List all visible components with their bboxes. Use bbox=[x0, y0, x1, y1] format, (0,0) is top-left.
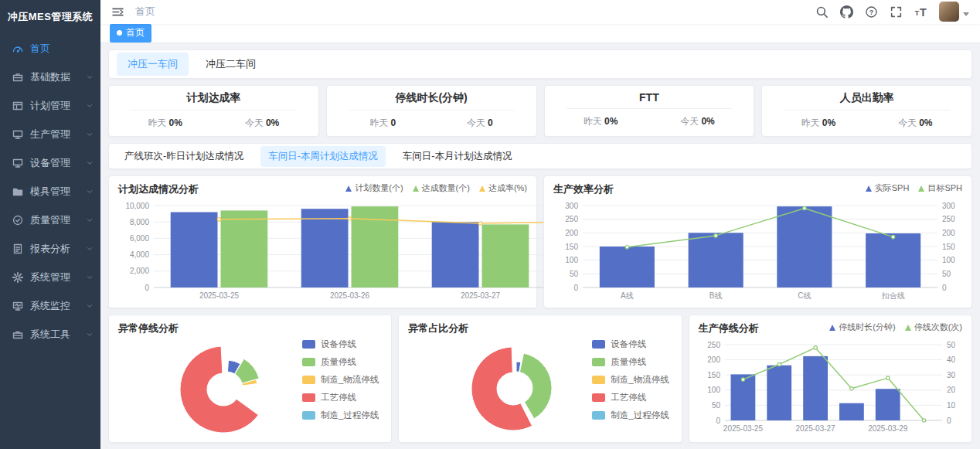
sidebar-item-dashboard-0[interactable]: 首页 bbox=[0, 34, 100, 63]
pie-legend: 设备停线质量停线制造_物流停线工艺停线制造_过程停线 bbox=[592, 338, 669, 421]
kpi-card-2: FTT昨天0%今天0% bbox=[544, 85, 755, 137]
svg-text:40: 40 bbox=[947, 355, 956, 364]
tab-period-2[interactable]: 车间日-本月计划达成情况 bbox=[395, 146, 520, 167]
svg-text:2,000: 2,000 bbox=[130, 267, 149, 275]
sidebar-item-label: 报表分析 bbox=[30, 242, 85, 256]
chevron-down-icon bbox=[85, 330, 94, 339]
legend-swatch bbox=[592, 340, 605, 349]
sidebar-item-table-2[interactable]: 计划管理 bbox=[0, 91, 100, 120]
svg-text:20: 20 bbox=[947, 386, 956, 394]
badge-icon bbox=[12, 214, 24, 226]
legend-marker bbox=[866, 185, 872, 192]
svg-text:8,000: 8,000 bbox=[130, 218, 149, 226]
font-size-icon[interactable]: TT bbox=[914, 5, 927, 19]
sidebar-item-toolbox-10[interactable]: 系统工具 bbox=[0, 320, 100, 349]
legend-label: 制造_物流停线 bbox=[611, 374, 669, 386]
folder-icon bbox=[12, 185, 24, 198]
tab-workshop-1[interactable]: 冲压二车间 bbox=[195, 53, 267, 76]
fullscreen-icon[interactable] bbox=[890, 5, 903, 19]
sidebar-item-monitor-pulse-9[interactable]: 系统监控 bbox=[0, 291, 100, 320]
legend-item[interactable]: 设备停线 bbox=[592, 338, 669, 350]
legend-item[interactable]: 达成数量(个) bbox=[413, 182, 470, 194]
legend-item[interactable]: 计划数量(个) bbox=[345, 182, 403, 194]
svg-text:100: 100 bbox=[565, 256, 578, 264]
github-icon[interactable] bbox=[840, 5, 853, 19]
legend-item[interactable]: 实际SPH bbox=[866, 182, 910, 194]
navbar-actions: ?TT bbox=[815, 2, 969, 22]
sidebar-item-report-7[interactable]: 报表分析 bbox=[0, 234, 100, 263]
sidebar-item-briefcase-1[interactable]: 基础数据 bbox=[0, 63, 100, 91]
legend-item[interactable]: 工艺停线 bbox=[592, 392, 669, 403]
kpi-yesterday-label: 昨天 bbox=[801, 117, 820, 128]
sidebar-item-monitor-3[interactable]: 生产管理 bbox=[0, 120, 100, 148]
tag-label: 首页 bbox=[126, 26, 145, 39]
legend-label: 停线时长(分钟) bbox=[839, 321, 895, 333]
svg-text:150: 150 bbox=[565, 243, 578, 251]
legend-marker bbox=[479, 185, 485, 192]
kpi-today-value: 0% bbox=[701, 116, 714, 127]
legend-swatch bbox=[302, 340, 315, 349]
sidebar-item-label: 生产管理 bbox=[30, 128, 85, 141]
kpi-today-value: 0 bbox=[488, 117, 493, 128]
sidebar-item-label: 模具管理 bbox=[30, 185, 85, 199]
svg-text:T: T bbox=[915, 9, 920, 17]
legend-marker bbox=[905, 325, 911, 331]
legend-item[interactable]: 停线时长(分钟) bbox=[829, 321, 895, 333]
sidebar-item-badge-6[interactable]: 质量管理 bbox=[0, 206, 100, 234]
svg-text:6,000: 6,000 bbox=[130, 234, 149, 243]
toolbox-icon bbox=[12, 328, 24, 341]
chart-header: 生产停线分析停线时长(分钟)停线次数(次) bbox=[699, 321, 962, 337]
abnormal-stopline-card: 异常停线分析设备停线质量停线制造_物流停线工艺停线制造_过程停线 bbox=[108, 315, 392, 443]
legend-label: 达成率(%) bbox=[488, 182, 527, 194]
kpi-values: 昨天0%今天0% bbox=[553, 109, 747, 128]
question-icon[interactable]: ? bbox=[865, 5, 878, 19]
legend-marker bbox=[829, 325, 835, 331]
sidebar-collapse-icon[interactable] bbox=[111, 5, 124, 19]
kpi-card-3: 人员出勤率昨天0%今天0% bbox=[761, 85, 972, 137]
legend-item[interactable]: 制造_物流停线 bbox=[592, 374, 669, 386]
chart-title: 生产效率分析 bbox=[553, 182, 614, 196]
plan-achievement-card: 计划达成情况分析计划数量(个)达成数量(个)达成率(%)02,0004,0006… bbox=[108, 175, 537, 308]
breadcrumb[interactable]: 首页 bbox=[135, 5, 155, 19]
kpi-today: 今天0% bbox=[867, 117, 964, 130]
kpi-today-value: 0% bbox=[919, 117, 932, 128]
legend-item[interactable]: 停线次数(次) bbox=[905, 321, 962, 333]
sidebar-item-label: 质量管理 bbox=[30, 213, 85, 227]
tab-period-1[interactable]: 车间日-本周计划达成情况 bbox=[260, 146, 386, 167]
kpi-card-1: 停线时长(分钟)昨天0今天0 bbox=[326, 85, 537, 137]
legend-swatch bbox=[302, 393, 315, 402]
legend-swatch bbox=[592, 411, 605, 420]
chart-title: 计划达成情况分析 bbox=[118, 182, 199, 196]
svg-text:0: 0 bbox=[716, 417, 720, 425]
sidebar-item-monitor-4[interactable]: 设备管理 bbox=[0, 148, 100, 177]
sidebar-item-folder-5[interactable]: 模具管理 bbox=[0, 177, 100, 206]
user-menu[interactable] bbox=[939, 2, 969, 22]
legend-item[interactable]: 设备停线 bbox=[302, 338, 379, 350]
sidebar-item-gear-8[interactable]: 系统管理 bbox=[0, 263, 100, 291]
legend-item[interactable]: 工艺停线 bbox=[302, 392, 379, 403]
legend-item[interactable]: 制造_过程停线 bbox=[592, 410, 669, 421]
tab-period-0[interactable]: 产线班次-昨日计划达成情况 bbox=[117, 146, 251, 167]
workshop-tabs: 冲压一车间冲压二车间 bbox=[108, 49, 972, 79]
app-title: 冲压MES管理系统 bbox=[0, 0, 100, 34]
svg-text:250: 250 bbox=[707, 341, 720, 349]
legend-label: 设备停线 bbox=[611, 338, 646, 350]
kpi-today-label: 今天 bbox=[898, 117, 917, 128]
kpi-yesterday-value: 0% bbox=[169, 117, 182, 128]
legend-label: 设备停线 bbox=[321, 338, 356, 350]
legend-item[interactable]: 质量停线 bbox=[592, 356, 669, 368]
legend-item[interactable]: 达成率(%) bbox=[479, 182, 527, 194]
kpi-today-label: 今天 bbox=[245, 117, 264, 128]
tag-home[interactable]: 首页 bbox=[110, 24, 151, 43]
legend-item[interactable]: 制造_过程停线 bbox=[302, 410, 379, 421]
svg-text:A线: A线 bbox=[621, 291, 634, 300]
tab-workshop-0[interactable]: 冲压一车间 bbox=[117, 53, 189, 76]
legend-item[interactable]: 目标SPH bbox=[918, 182, 962, 194]
charts-row-2: 异常停线分析设备停线质量停线制造_物流停线工艺停线制造_过程停线异常占比分析设备… bbox=[108, 315, 972, 443]
svg-text:0: 0 bbox=[145, 284, 149, 292]
legend-item[interactable]: 质量停线 bbox=[302, 356, 379, 368]
search-icon[interactable] bbox=[815, 5, 829, 19]
chart-title: 生产停线分析 bbox=[699, 321, 759, 335]
legend-item[interactable]: 制造_物流停线 bbox=[302, 374, 379, 386]
svg-text:50: 50 bbox=[942, 270, 951, 278]
